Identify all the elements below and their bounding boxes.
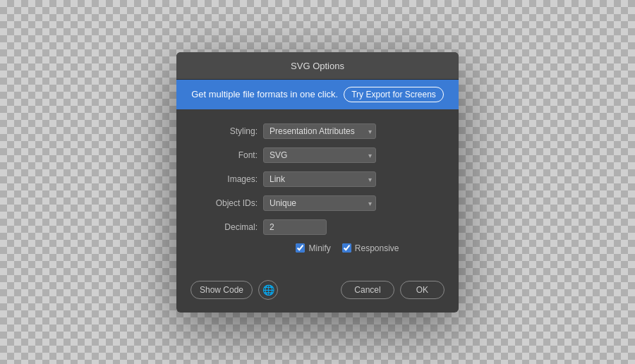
- dialog-footer: Show Code 🌐 Cancel OK: [176, 280, 459, 313]
- responsive-label: Responsive: [355, 243, 399, 253]
- object-ids-field-row: Object IDs: Unique Minimal Layer Names ▾: [198, 195, 437, 211]
- export-banner: Get multiple file formats in one click. …: [176, 80, 459, 109]
- checkboxes-row: Minify Responsive: [198, 243, 437, 253]
- title-bar: SVG Options: [176, 52, 459, 80]
- minify-checkbox[interactable]: [296, 243, 305, 253]
- font-select-wrapper: SVG Convert to Outlines None ▾: [263, 147, 376, 163]
- globe-button[interactable]: 🌐: [258, 280, 278, 300]
- styling-field-row: Styling: Presentation Attributes Interna…: [198, 123, 437, 139]
- responsive-checkbox-label[interactable]: Responsive: [342, 243, 399, 253]
- responsive-checkbox[interactable]: [342, 243, 351, 253]
- svg-options-dialog: SVG Options Get multiple file formats in…: [176, 52, 459, 313]
- object-ids-select[interactable]: Unique Minimal Layer Names: [263, 195, 376, 211]
- images-select[interactable]: Link Embed: [263, 171, 376, 187]
- cancel-button[interactable]: Cancel: [341, 281, 394, 299]
- dialog-shadow: SVG Options Get multiple file formats in…: [176, 52, 459, 313]
- show-code-button[interactable]: Show Code: [190, 281, 253, 299]
- minify-checkbox-label[interactable]: Minify: [296, 243, 330, 253]
- font-field-row: Font: SVG Convert to Outlines None ▾: [198, 147, 437, 163]
- decimal-field-row: Decimal:: [198, 219, 437, 235]
- styling-select[interactable]: Presentation Attributes Internal CSS Inl…: [263, 123, 376, 139]
- decimal-label: Decimal:: [198, 222, 258, 232]
- images-select-wrapper: Link Embed ▾: [263, 171, 376, 187]
- styling-select-wrapper: Presentation Attributes Internal CSS Inl…: [263, 123, 376, 139]
- dialog-content: Styling: Presentation Attributes Interna…: [176, 109, 459, 280]
- images-field-row: Images: Link Embed ▾: [198, 171, 437, 187]
- object-ids-label: Object IDs:: [198, 198, 258, 208]
- banner-text: Get multiple file formats in one click.: [191, 89, 338, 99]
- font-select[interactable]: SVG Convert to Outlines None: [263, 147, 376, 163]
- ok-button[interactable]: OK: [400, 281, 445, 299]
- font-label: Font:: [198, 150, 258, 160]
- globe-icon: 🌐: [262, 284, 274, 296]
- try-export-button[interactable]: Try Export for Screens: [344, 87, 444, 102]
- object-ids-select-wrapper: Unique Minimal Layer Names ▾: [263, 195, 376, 211]
- images-label: Images:: [198, 174, 258, 184]
- styling-label: Styling:: [198, 126, 258, 136]
- dialog-title: SVG Options: [291, 61, 344, 71]
- minify-label: Minify: [308, 243, 330, 253]
- decimal-input[interactable]: [263, 219, 327, 235]
